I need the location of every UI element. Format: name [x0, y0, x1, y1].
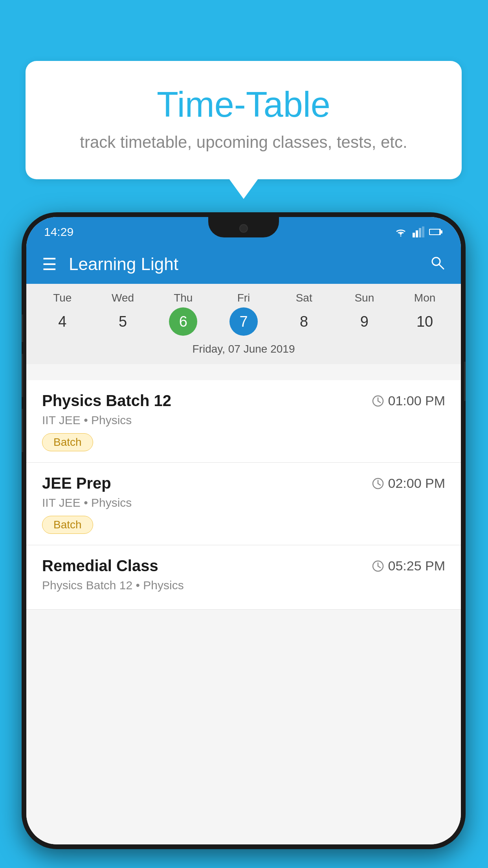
item-title: JEE Prep	[42, 474, 111, 492]
day-name: Sat	[296, 292, 312, 304]
signal-icon	[413, 226, 424, 237]
day-number[interactable]: 8	[290, 307, 318, 336]
side-button-3	[22, 409, 23, 452]
svg-rect-2	[419, 228, 421, 237]
day-number[interactable]: 5	[109, 307, 137, 336]
item-header: Remedial Class 05:25 PM	[42, 557, 445, 575]
day-name: Fri	[237, 292, 250, 304]
calendar-strip: Tue4Wed5Thu6Fri7Sat8Sun9Mon10 Friday, 07…	[26, 284, 461, 364]
svg-rect-0	[413, 233, 415, 237]
item-time: 01:00 PM	[372, 393, 445, 408]
selected-date-label: Friday, 07 June 2019	[32, 340, 455, 360]
day-number[interactable]: 4	[48, 307, 77, 336]
item-header: JEE Prep 02:00 PM	[42, 474, 445, 492]
tooltip-card: Time-Table track timetable, upcoming cla…	[26, 61, 462, 179]
day-name: Thu	[174, 292, 193, 304]
schedule-item[interactable]: Remedial Class 05:25 PMPhysics Batch 12 …	[26, 545, 461, 610]
day-number[interactable]: 7	[229, 307, 258, 336]
day-name: Sun	[354, 292, 374, 304]
item-subtitle: IIT JEE • Physics	[42, 496, 445, 509]
day-number[interactable]: 9	[350, 307, 378, 336]
svg-rect-6	[430, 230, 439, 234]
item-title: Physics Batch 12	[42, 392, 171, 410]
phone-screen: 14:29	[26, 217, 461, 844]
item-time: 05:25 PM	[372, 558, 445, 574]
volume-up-button	[22, 314, 23, 342]
batch-tag: Batch	[42, 433, 93, 451]
schedule-item[interactable]: JEE Prep 02:00 PMIIT JEE • PhysicsBatch	[26, 463, 461, 545]
day-col-9[interactable]: Sun9	[339, 292, 390, 336]
day-number[interactable]: 6	[169, 307, 197, 336]
days-row: Tue4Wed5Thu6Fri7Sat8Sun9Mon10	[32, 292, 455, 336]
battery-icon	[429, 228, 443, 236]
camera	[239, 224, 248, 233]
clock-icon	[372, 560, 384, 572]
item-title: Remedial Class	[42, 557, 158, 575]
search-button[interactable]	[429, 255, 445, 274]
day-name: Tue	[53, 292, 72, 304]
wifi-icon	[394, 226, 408, 237]
power-button	[464, 362, 466, 401]
time-text: 02:00 PM	[388, 476, 445, 491]
tooltip-title: Time-Table	[45, 85, 442, 125]
svg-rect-3	[422, 226, 424, 237]
tooltip-subtitle: track timetable, upcoming classes, tests…	[45, 133, 442, 152]
phone-frame: 14:29	[22, 212, 466, 849]
clock-icon	[372, 395, 384, 407]
schedule-list: Physics Batch 12 01:00 PMIIT JEE • Physi…	[26, 380, 461, 844]
time-text: 01:00 PM	[388, 393, 445, 408]
day-name: Mon	[414, 292, 435, 304]
app-bar: ☰ Learning Light	[26, 245, 461, 284]
day-name: Wed	[112, 292, 134, 304]
svg-rect-1	[416, 230, 418, 237]
svg-line-11	[378, 401, 380, 403]
app-title: Learning Light	[69, 254, 429, 274]
item-time: 02:00 PM	[372, 476, 445, 491]
day-col-7[interactable]: Fri7	[218, 292, 269, 336]
day-col-10[interactable]: Mon10	[399, 292, 450, 336]
status-time: 14:29	[44, 225, 73, 239]
item-subtitle: Physics Batch 12 • Physics	[42, 579, 445, 592]
clock-icon	[372, 478, 384, 489]
phone-mockup: 14:29	[22, 212, 466, 849]
svg-rect-5	[441, 230, 442, 234]
schedule-item[interactable]: Physics Batch 12 01:00 PMIIT JEE • Physi…	[26, 380, 461, 463]
menu-icon[interactable]: ☰	[42, 255, 57, 274]
day-col-5[interactable]: Wed5	[97, 292, 149, 336]
volume-down-button	[22, 354, 23, 397]
svg-line-14	[378, 484, 380, 485]
svg-line-8	[439, 264, 444, 269]
day-col-6[interactable]: Thu6	[158, 292, 209, 336]
batch-tag: Batch	[42, 516, 93, 534]
item-subtitle: IIT JEE • Physics	[42, 414, 445, 427]
item-header: Physics Batch 12 01:00 PM	[42, 392, 445, 410]
time-text: 05:25 PM	[388, 558, 445, 574]
status-icons	[394, 226, 443, 237]
day-number[interactable]: 10	[411, 307, 439, 336]
svg-line-17	[378, 566, 380, 568]
day-col-4[interactable]: Tue4	[37, 292, 88, 336]
day-col-8[interactable]: Sat8	[279, 292, 330, 336]
notch	[208, 217, 279, 237]
